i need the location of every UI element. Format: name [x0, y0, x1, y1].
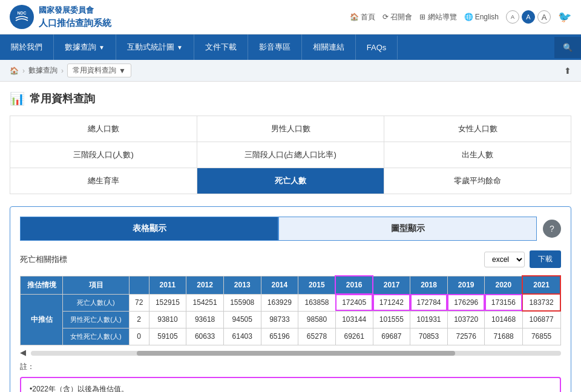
query-male-pop[interactable]: 男性人口數 [197, 116, 384, 142]
nav-document-download[interactable]: 文件下載 [194, 34, 248, 60]
cell-deaths-2012: 154251 [186, 294, 224, 311]
th-2011: 2011 [149, 276, 186, 294]
cell-deaths-2013: 155908 [223, 294, 261, 311]
breadcrumb-data-query[interactable]: 數據查詢 [28, 65, 57, 76]
svg-text:NDC: NDC [17, 11, 26, 15]
cell-deaths-2016: 172405 [335, 294, 373, 311]
cell-male-2019: 103720 [447, 311, 485, 328]
nav-search-button[interactable]: 🔍 [554, 37, 581, 58]
query-total-pop[interactable]: 總人口數 [10, 116, 197, 142]
scenario-label: 中推估 [21, 294, 63, 345]
th-2021: 2021 [522, 276, 560, 294]
tab-chart[interactable]: 圖型顯示 [278, 217, 537, 241]
cell-deaths-2017: 171242 [373, 294, 410, 311]
breadcrumb-home[interactable]: 🏠 [10, 67, 19, 75]
nav-faqs[interactable]: FAQs [356, 36, 398, 59]
font-medium-button[interactable]: A [522, 10, 535, 24]
cell-deaths-2011: 152915 [149, 294, 186, 311]
nav-related-links[interactable]: 相關連結 [302, 34, 356, 60]
cell-deaths-2018: 172784 [410, 294, 448, 311]
breadcrumb-current-label: 常用資料查詢 [73, 65, 116, 76]
table-header-row: 推估情境 項目 2011 2012 2013 2014 2015 2016 20… [21, 276, 561, 294]
export-format-select[interactable]: excel [484, 252, 525, 267]
cell-male-2015: 98580 [298, 311, 336, 328]
dropdown-arrow2: ▼ [177, 44, 183, 51]
dropdown-arrow: ▼ [99, 44, 105, 51]
th-2016: 2016 [335, 276, 373, 294]
twitter-icon[interactable]: 🐦 [558, 10, 571, 24]
query-row-3: 總生育率 死亡人數 零歲平均餘命 [10, 168, 571, 194]
tab-table[interactable]: 表格顯示 [20, 217, 278, 241]
font-small-button[interactable]: A [506, 10, 519, 24]
query-fertility[interactable]: 總生育率 [10, 168, 197, 194]
nav-media[interactable]: 影音專區 [248, 34, 302, 60]
cell-male-2020: 101468 [485, 311, 522, 328]
th-item: 項目 [63, 276, 130, 294]
th-2018: 2018 [410, 276, 448, 294]
logo-icon: NDC [10, 5, 34, 29]
item-male-deaths: 男性死亡人數(人) [63, 311, 130, 328]
nav-about[interactable]: 關於我們 [0, 34, 54, 60]
cell-female-pre: 0 [129, 328, 149, 345]
cell-male-2016: 103144 [335, 311, 373, 328]
data-panel: 表格顯示 圖型顯示 ? 死亡相關指標 excel 下載 推估情境 項目 [10, 206, 571, 392]
cell-female-2012: 60633 [186, 328, 224, 345]
cell-female-2016: 69261 [335, 328, 373, 345]
logo-area: NDC 國家發展委員會 人口推估查詢系統 [10, 5, 111, 29]
horizontal-scrollbar[interactable] [31, 351, 561, 356]
language-toggle[interactable]: 🌐 English [464, 13, 499, 21]
query-births[interactable]: 出生人數 [384, 142, 571, 168]
cell-female-2020: 71688 [485, 328, 522, 345]
breadcrumb-sep2: › [61, 67, 64, 75]
query-deaths[interactable]: 死亡人數 [197, 168, 384, 194]
query-row-2: 三階段人口(人數) 三階段人口(占總人口比率) 出生人數 [10, 142, 571, 168]
cell-male-2014: 98733 [261, 311, 298, 328]
nav-home-link[interactable]: 🏠 首頁 [350, 12, 375, 22]
header: NDC 國家發展委員會 人口推估查詢系統 🏠 首頁 ⟳ 召開會 ⊞ 網站導覽 🌐… [0, 0, 581, 34]
query-3stage-ratio[interactable]: 三階段人口(占總人口比率) [197, 142, 384, 168]
header-right: 🏠 首頁 ⟳ 召開會 ⊞ 網站導覽 🌐 English A A A 🐦 [350, 10, 571, 24]
cell-deaths-2015: 163858 [298, 294, 336, 311]
cell-male-2018: 101931 [410, 311, 448, 328]
table-row: 女性死亡人數(人) 0 59105 60633 61403 65196 6527… [21, 328, 561, 345]
breadcrumb-current-dropdown[interactable]: 常用資料查詢 ▼ [67, 64, 131, 77]
th-2020: 2020 [485, 276, 522, 294]
nav-meeting-link[interactable]: ⟳ 召開會 [382, 12, 412, 22]
query-female-pop[interactable]: 女性人口數 [384, 116, 571, 142]
scrollbar-thumb [137, 351, 455, 356]
query-3stage-count[interactable]: 三階段人口(人數) [10, 142, 197, 168]
cell-female-2014: 65196 [261, 328, 298, 345]
nav-interactive-chart[interactable]: 互動式統計圖 ▼ [116, 34, 194, 60]
item-female-deaths: 女性死亡人數(人) [63, 328, 130, 345]
toolbar: 死亡相關指標 excel 下載 [20, 250, 561, 268]
breadcrumb-dropdown-arrow: ▼ [119, 67, 126, 75]
cell-female-2015: 65278 [298, 328, 336, 345]
main-nav: 關於我們 數據查詢 ▼ 互動式統計圖 ▼ 文件下載 影音專區 相關連結 FAQs… [0, 34, 581, 60]
th-2015: 2015 [298, 276, 336, 294]
breadcrumb: 🏠 › 數據查詢 › 常用資料查詢 ▼ ⬆ [0, 60, 581, 82]
toolbar-label: 死亡相關指標 [20, 254, 67, 265]
font-large-button[interactable]: A [537, 10, 551, 24]
breadcrumb-sep1: › [22, 67, 25, 75]
section-title-icon: 📊 [10, 91, 25, 106]
svg-point-0 [11, 6, 33, 28]
query-life-expectancy[interactable]: 零歲平均餘命 [384, 168, 571, 194]
th-2014: 2014 [261, 276, 298, 294]
page-content: 📊 常用資料查詢 總人口數 男性人口數 女性人口數 三階段人口(人數) 三階段人… [0, 82, 581, 392]
cell-female-2013: 61403 [223, 328, 261, 345]
help-button[interactable]: ? [543, 220, 561, 238]
cell-female-2019: 72576 [447, 328, 485, 345]
cell-female-2021: 76855 [522, 328, 560, 345]
table-wrapper: 推估情境 項目 2011 2012 2013 2014 2015 2016 20… [20, 275, 561, 357]
item-deaths: 死亡人數(人) [63, 294, 130, 311]
query-type-grid: 總人口數 男性人口數 女性人口數 三階段人口(人數) 三階段人口(占總人口比率)… [10, 116, 571, 194]
note-1: •2022年（含）以後為推估值。 [30, 384, 551, 393]
cell-male-2021: 106877 [522, 311, 560, 328]
share-icon[interactable]: ⬆ [564, 66, 571, 76]
logo-line1: 國家發展委員會 [39, 5, 111, 16]
download-button[interactable]: 下載 [530, 250, 561, 268]
th-scenario: 推估情境 [21, 276, 63, 294]
scroll-left-arrow[interactable]: ◀ [20, 348, 26, 357]
nav-sitemap-link[interactable]: ⊞ 網站導覽 [419, 12, 456, 22]
nav-data-query[interactable]: 數據查詢 ▼ [54, 34, 116, 60]
